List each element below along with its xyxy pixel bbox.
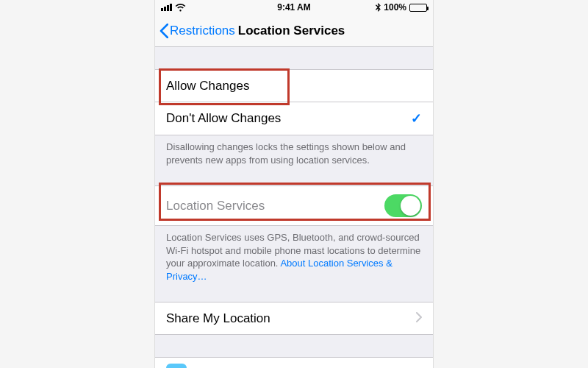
app-icon <box>166 364 187 368</box>
allow-changes-label: Allow Changes <box>166 79 249 93</box>
back-button[interactable]: Restrictions <box>159 24 235 38</box>
cellular-signal-icon <box>161 4 172 11</box>
location-services-cell[interactable]: Location Services <box>155 185 433 226</box>
app-row-partial[interactable] <box>155 357 433 368</box>
dont-allow-changes-cell[interactable]: Don't Allow Changes ✓ <box>155 102 433 135</box>
chevron-left-icon <box>159 24 168 38</box>
status-left <box>161 4 186 12</box>
checkmark-icon: ✓ <box>411 110 422 127</box>
back-label: Restrictions <box>170 24 235 38</box>
wifi-icon <box>175 4 186 12</box>
location-services-footer: Location Services uses GPS, Bluetooth, a… <box>155 226 433 289</box>
battery-percent: 100% <box>384 2 406 13</box>
status-time: 9:41 AM <box>277 2 311 13</box>
battery-icon <box>409 4 427 12</box>
allow-changes-cell[interactable]: Allow Changes <box>155 69 433 102</box>
dont-allow-changes-label: Don't Allow Changes <box>166 111 281 126</box>
share-my-location-label: Share My Location <box>166 311 270 326</box>
status-right: 100% <box>376 2 427 13</box>
chevron-right-icon <box>416 311 422 326</box>
phone-frame: 9:41 AM 100% Restrictions Location Servi… <box>154 0 434 368</box>
page-title: Location Services <box>238 24 345 38</box>
status-bar: 9:41 AM 100% <box>155 0 433 15</box>
location-services-toggle[interactable] <box>384 194 422 217</box>
nav-bar: Restrictions Location Services <box>155 15 433 47</box>
content-scroll[interactable]: Allow Changes Don't Allow Changes ✓ Disa… <box>155 47 433 368</box>
bluetooth-icon <box>376 3 381 12</box>
share-my-location-cell[interactable]: Share My Location <box>155 302 433 335</box>
changes-footer: Disallowing changes locks the settings s… <box>155 135 433 172</box>
toggle-knob <box>401 196 420 216</box>
location-services-label: Location Services <box>166 199 265 213</box>
